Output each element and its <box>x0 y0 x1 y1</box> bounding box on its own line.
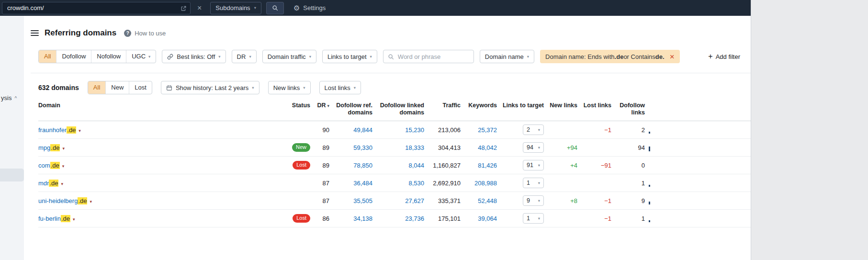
tab-dofollow[interactable]: Dofollow <box>56 50 91 63</box>
col-dr-label: DR <box>317 102 326 109</box>
remove-filter-icon[interactable]: × <box>670 53 675 61</box>
dofollow-ref-domains-cell: 35,505 <box>329 197 372 204</box>
col-traffic[interactable]: Traffic <box>424 102 461 109</box>
domain-dropdown-icon[interactable]: ▾ <box>73 217 75 222</box>
chevron-down-icon: ▾ <box>538 128 540 132</box>
col-keywords[interactable]: Keywords <box>461 102 497 109</box>
referring-domains-table: Domain Status DR▾ Dofollow ref. domains … <box>38 102 751 227</box>
topbar: × Subdomains ▾ ⚙ Settings <box>0 0 751 16</box>
main-panel: Referring domains ? How to use All Dofol… <box>24 16 751 260</box>
scope-dropdown[interactable]: Subdomains ▾ <box>210 2 261 14</box>
plus-icon: + <box>708 53 712 60</box>
dofollow-links-value: 2 <box>611 126 645 134</box>
show-history-dropdown[interactable]: Show history: Last 2 years ▾ <box>161 81 259 94</box>
col-new-links[interactable]: New links <box>544 102 577 109</box>
col-dofollow-links[interactable]: Dofollow links <box>611 102 645 116</box>
dofollow-ref-domains-link[interactable]: 34,138 <box>353 215 372 222</box>
links-to-target-select[interactable]: 1▾ <box>523 213 544 224</box>
menu-icon[interactable] <box>31 30 39 36</box>
dofollow-linked-domains-link[interactable]: 23,736 <box>405 215 424 222</box>
keywords-link[interactable]: 208,988 <box>474 180 497 187</box>
col-domain[interactable]: Domain <box>38 102 287 109</box>
tab-ugc[interactable]: UGC ▾ <box>126 50 156 63</box>
dofollow-linked-domains-cell: 23,736 <box>372 215 424 222</box>
add-filter-label: Add filter <box>716 53 740 60</box>
tab-all[interactable]: All <box>39 50 56 63</box>
dr-filter-dropdown[interactable]: DR ▾ <box>232 50 257 63</box>
links-to-target-select[interactable]: 2▾ <box>523 124 544 135</box>
dofollow-ref-domains-link[interactable]: 35,505 <box>353 197 372 204</box>
how-to-use-label: How to use <box>135 30 166 37</box>
links-to-target-cell: 91▾ <box>497 160 544 170</box>
links-to-target-select[interactable]: 9▾ <box>523 195 544 206</box>
domain-link[interactable]: mpg <box>38 144 50 151</box>
links-to-target-select[interactable]: 91▾ <box>523 160 544 170</box>
spark-cell <box>645 179 657 187</box>
dofollow-linked-domains-link[interactable]: 8,044 <box>408 162 424 169</box>
col-dofollow-linked-domains[interactable]: Dofollow linked domains <box>372 102 424 116</box>
target-url-input[interactable] <box>2 2 191 14</box>
tab-status-new[interactable]: New <box>105 81 129 94</box>
domain-dropdown-icon[interactable]: ▾ <box>61 181 63 186</box>
status-cell: New <box>287 143 310 152</box>
word-search-input[interactable] <box>383 50 474 63</box>
domain-link[interactable]: com <box>38 162 50 169</box>
dofollow-ref-domains-link[interactable]: 59,330 <box>353 144 372 151</box>
keywords-link[interactable]: 39,064 <box>478 215 497 222</box>
keywords-link[interactable]: 48,042 <box>478 144 497 151</box>
keywords-link[interactable]: 52,448 <box>478 197 497 204</box>
table-body: fraunhofer.de▾9049,84415,230213,00625,37… <box>38 121 751 227</box>
chevron-down-icon: ▾ <box>354 86 356 90</box>
active-filter-chip[interactable]: Domain name: Ends with .de or Contains d… <box>540 50 680 63</box>
spark-cell <box>645 144 657 151</box>
domain-link[interactable]: mdr <box>38 180 49 187</box>
sidebar-selected-item-partial[interactable] <box>0 169 24 181</box>
add-filter-button[interactable]: + Add filter <box>708 53 740 60</box>
col-dofollow-ref-domains[interactable]: Dofollow ref. domains <box>329 102 372 116</box>
domain-dropdown-icon[interactable]: ▾ <box>90 199 92 204</box>
dr-value: 86 <box>310 215 329 222</box>
tab-nofollow[interactable]: Nofollow <box>91 50 126 63</box>
col-status[interactable]: Status <box>287 102 310 109</box>
spark-cell <box>645 197 657 204</box>
lost-links-dropdown[interactable]: Lost links ▾ <box>319 81 361 94</box>
domain-link[interactable]: fu-berlin <box>38 215 61 222</box>
open-external-icon[interactable] <box>180 5 187 13</box>
domain-traffic-dropdown[interactable]: Domain traffic ▾ <box>262 50 316 63</box>
new-links-dropdown[interactable]: New links ▾ <box>268 81 311 94</box>
dofollow-ref-domains-link[interactable]: 78,850 <box>353 162 372 169</box>
links-to-target-select[interactable]: 94▾ <box>523 142 544 153</box>
col-links-to-target[interactable]: Links to target <box>497 102 544 109</box>
domain-dropdown-icon[interactable]: ▾ <box>79 128 81 133</box>
dofollow-ref-domains-link[interactable]: 36,484 <box>353 180 372 187</box>
keywords-link[interactable]: 25,372 <box>478 126 497 134</box>
domain-name-dropdown[interactable]: Domain name ▾ <box>480 50 534 63</box>
dofollow-linked-domains-link[interactable]: 8,530 <box>408 180 424 187</box>
tab-status-all[interactable]: All <box>88 81 105 94</box>
dofollow-linked-domains-link[interactable]: 18,333 <box>405 144 424 151</box>
search-button[interactable] <box>266 2 284 14</box>
dofollow-ref-domains-cell: 59,330 <box>329 144 372 151</box>
domain-cell: com.de▾ <box>38 162 287 169</box>
domain-link[interactable]: fraunhofer <box>38 126 67 134</box>
col-lost-links[interactable]: Lost links <box>577 102 611 109</box>
question-icon: ? <box>124 30 131 37</box>
how-to-use-link[interactable]: ? How to use <box>124 30 166 37</box>
clear-target-icon[interactable]: × <box>197 4 202 12</box>
sidebar-item-partial[interactable]: ysis^ <box>1 94 17 102</box>
dofollow-ref-domains-link[interactable]: 49,844 <box>353 126 372 134</box>
settings-button[interactable]: ⚙ Settings <box>293 4 326 11</box>
links-to-target-dropdown[interactable]: Links to target ▾ <box>322 50 377 63</box>
domain-link[interactable]: uni-heidelberg <box>38 197 78 204</box>
best-links-dropdown[interactable]: Best links: Off ▾ <box>162 50 225 63</box>
dofollow-linked-domains-link[interactable]: 27,627 <box>405 197 424 204</box>
tab-status-lost[interactable]: Lost <box>129 81 152 94</box>
domain-dropdown-icon[interactable]: ▾ <box>62 146 65 151</box>
col-dr[interactable]: DR▾ <box>310 102 329 110</box>
keywords-link[interactable]: 81,426 <box>478 162 497 169</box>
dofollow-linked-domains-link[interactable]: 15,230 <box>405 126 424 134</box>
domain-dropdown-icon[interactable]: ▾ <box>62 164 65 169</box>
links-to-target-select[interactable]: 1▾ <box>523 178 544 188</box>
table-row: mpg.de▾New8959,33018,333304,41348,04294▾… <box>38 139 751 157</box>
dofollow-ref-domains-cell: 49,844 <box>329 126 372 134</box>
